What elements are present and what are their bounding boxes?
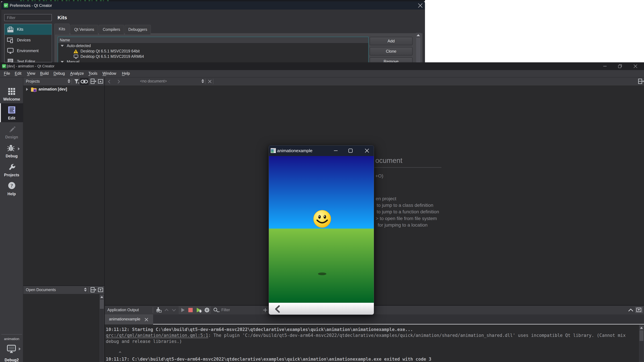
clone-button[interactable]: Clone xyxy=(370,47,412,55)
split-pane-icon[interactable] xyxy=(90,287,96,293)
link-with-editor-button[interactable] xyxy=(80,78,88,85)
preferences-titlebar[interactable]: QC Preferences - Qt Creator xyxy=(1,1,425,9)
close-pane-icon[interactable] xyxy=(98,79,104,84)
preferences-filter-input[interactable]: Filter xyxy=(4,14,52,21)
app-back-icon[interactable] xyxy=(274,305,282,313)
next-item-icon[interactable] xyxy=(171,308,176,312)
close-tab-icon[interactable] xyxy=(144,317,149,322)
debug-menu-arrow-icon[interactable] xyxy=(18,147,20,150)
scroll-up-button[interactable] xyxy=(416,33,420,37)
forward-icon[interactable] xyxy=(116,79,121,84)
settings-gear-icon[interactable] xyxy=(204,307,210,313)
expand-arrow-icon[interactable] xyxy=(61,61,64,62)
mode-debug[interactable]: Debug xyxy=(0,141,23,160)
minimize-icon[interactable] xyxy=(602,63,608,69)
preferences-filter-placeholder: Filter xyxy=(7,15,16,20)
filter-funnel-icon[interactable] xyxy=(74,79,80,84)
target-menu-arrow-icon[interactable] xyxy=(19,348,21,351)
preferences-scrollbar[interactable] xyxy=(416,33,420,62)
maximize-icon[interactable] xyxy=(348,148,353,153)
output-tab-animationexample[interactable]: animationexample xyxy=(105,314,153,325)
mode-design[interactable]: Design xyxy=(0,122,23,141)
menu-help[interactable]: Help xyxy=(122,71,130,76)
mode-divider xyxy=(1,334,22,335)
maximize-output-icon[interactable] xyxy=(628,308,634,313)
kits-row-msvc2019-arm64[interactable]: Desktop Qt 6.5.1 MSVC2019 ARM64 xyxy=(58,54,368,59)
menu-tools[interactable]: Tools xyxy=(88,71,98,76)
kits-row-manual[interactable]: Manual xyxy=(58,59,368,62)
kit-group-label: Auto-detected xyxy=(67,43,91,48)
remove-button[interactable]: Remove xyxy=(370,57,412,62)
close-icon[interactable] xyxy=(364,148,370,153)
pane-selector-arrows-icon[interactable] xyxy=(68,79,70,83)
menu-file[interactable]: File xyxy=(4,71,10,76)
close-document-icon[interactable] xyxy=(207,79,212,84)
expand-arrow-icon[interactable] xyxy=(26,88,30,91)
run-target-monitor-icon[interactable] xyxy=(7,344,16,354)
projects-pane-title[interactable]: Projects xyxy=(26,79,40,84)
back-icon[interactable] xyxy=(107,79,112,84)
mode-edit[interactable]: Edit xyxy=(0,103,23,122)
category-item-environment[interactable]: Environment xyxy=(4,45,52,56)
tab-kits[interactable]: Kits xyxy=(54,24,70,34)
category-item-text-editor[interactable]: Text Editor xyxy=(4,56,52,62)
output-toolbar: Application Output xyxy=(105,306,644,314)
open-documents-title[interactable]: Open Documents xyxy=(26,288,56,292)
menu-build[interactable]: Build xyxy=(40,71,49,76)
category-label: Kits xyxy=(17,27,23,32)
mode-welcome[interactable]: Welcome xyxy=(0,84,23,103)
document-selector[interactable]: <no document> xyxy=(126,77,185,85)
minimize-icon[interactable] xyxy=(333,148,338,153)
search-icon[interactable] xyxy=(213,307,220,313)
tree-item-animation[interactable]: animation [dev] xyxy=(23,86,104,92)
pane-selector-arrows-icon[interactable] xyxy=(84,288,87,292)
clear-output-icon[interactable] xyxy=(155,307,162,313)
close-output-pane-icon[interactable] xyxy=(635,307,643,313)
tab-qt-versions[interactable]: Qt Versions xyxy=(70,25,98,34)
kits-table-header[interactable]: Name xyxy=(58,37,368,43)
kits-row-msvc2019-64bit[interactable]: Desktop Qt 6.5.1 MSVC2019 64bit xyxy=(58,49,368,54)
kits-row-auto-detected[interactable]: Auto-detected xyxy=(58,43,368,49)
devices-icon xyxy=(7,37,14,43)
tab-debuggers[interactable]: Debuggers xyxy=(125,25,151,34)
menu-analyze[interactable]: Analyze xyxy=(70,71,84,76)
menu-window[interactable]: Window xyxy=(102,71,116,76)
run-icon[interactable] xyxy=(180,307,185,313)
previous-item-icon[interactable] xyxy=(164,308,169,312)
debug-run-icon[interactable] xyxy=(196,307,202,313)
open-documents-scrollbar[interactable] xyxy=(100,294,104,362)
menu-view[interactable]: View xyxy=(27,71,35,76)
scroll-up-button[interactable] xyxy=(640,326,643,330)
background-green-text-fragments xyxy=(20,0,109,1)
menu-edit[interactable]: Edit xyxy=(15,71,22,76)
mode-help[interactable]: ? Help xyxy=(0,179,23,198)
split-pane-icon[interactable] xyxy=(90,79,96,84)
expand-arrow-icon[interactable] xyxy=(61,45,64,47)
menu-debug[interactable]: Debug xyxy=(54,71,65,76)
split-editor-icon[interactable] xyxy=(638,79,644,84)
stop-icon[interactable] xyxy=(188,308,193,313)
category-item-kits[interactable]: Kits xyxy=(4,24,52,35)
scroll-up-button[interactable] xyxy=(100,295,104,299)
console-source-link[interactable]: qrc:/qt/qml/animation/animation.qml:5:1 xyxy=(106,333,208,338)
zoom-in-button[interactable] xyxy=(262,306,269,314)
console-scrollbar[interactable] xyxy=(639,325,644,362)
scrollbar-thumb[interactable] xyxy=(640,331,643,341)
separator xyxy=(72,79,72,84)
output-filter-placeholder[interactable]: Filter xyxy=(221,308,230,312)
scrollbar-thumb[interactable] xyxy=(416,38,420,62)
preferences-close-icon[interactable] xyxy=(417,2,424,9)
scrollbar-thumb[interactable] xyxy=(100,300,104,309)
output-tabbar: animationexample xyxy=(105,314,644,325)
category-item-devices[interactable]: Devices xyxy=(4,35,52,45)
close-pane-icon[interactable] xyxy=(98,287,104,293)
mode-projects[interactable]: Projects xyxy=(0,160,23,179)
tab-compilers[interactable]: Compilers xyxy=(99,25,124,34)
document-selector-arrows-icon[interactable] xyxy=(202,79,204,83)
app-titlebar[interactable]: animationexample xyxy=(269,145,374,156)
restore-icon[interactable] xyxy=(617,63,623,69)
main-window-title: [dev] - animation - Qt Creator xyxy=(7,64,54,68)
close-icon[interactable] xyxy=(632,63,638,69)
add-button[interactable]: Add xyxy=(370,37,412,45)
main-titlebar[interactable]: QC [dev] - animation - Qt Creator xyxy=(0,62,644,70)
